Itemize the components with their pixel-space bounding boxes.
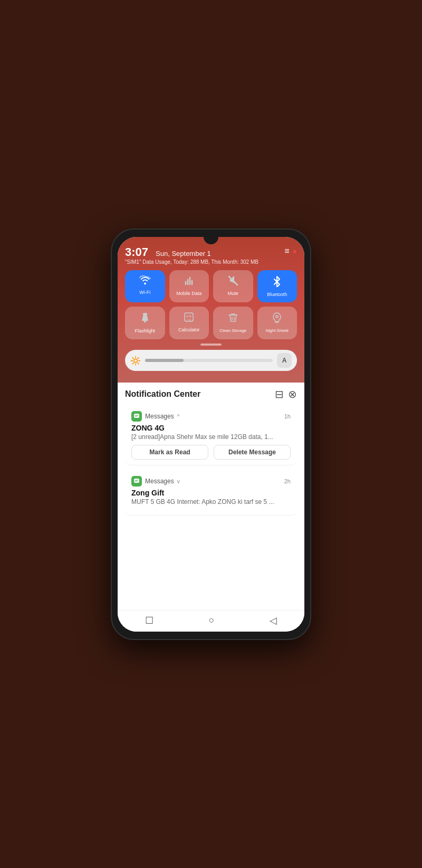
svg-text:−=: −= bbox=[186, 317, 191, 322]
flashlight-label: Flashlight bbox=[135, 328, 155, 334]
messages-app-icon-1 bbox=[131, 411, 142, 422]
svg-rect-7 bbox=[134, 479, 139, 483]
phone-frame: 3:07 Sun, September 1 ≡ ● "SIM1" Data Us… bbox=[111, 228, 311, 640]
night-shield-label: Night Shield bbox=[266, 328, 289, 333]
notification-app-row-2: Messages v 2h bbox=[131, 476, 291, 487]
notification-header: Notification Center ⊟ ⊗ bbox=[125, 388, 297, 400]
bluetooth-icon bbox=[272, 275, 282, 290]
tile-mobile-data[interactable]: Mobile Data bbox=[169, 270, 209, 303]
mark-as-read-button[interactable]: Mark as Read bbox=[131, 445, 208, 460]
notification-preview-2: MUFT 5 GB 4G Internet: Apko ZONG ki tarf… bbox=[131, 498, 291, 505]
svg-rect-1 bbox=[144, 321, 146, 322]
tile-mute[interactable]: Mute bbox=[213, 270, 253, 303]
tile-flashlight[interactable]: Flashlight bbox=[125, 307, 165, 339]
notification-sender-1: ZONG 4G bbox=[131, 424, 291, 432]
svg-point-5 bbox=[276, 316, 278, 318]
clock: 3:07 bbox=[125, 246, 148, 258]
tile-night-shield[interactable]: Night Shield bbox=[257, 307, 298, 339]
notification-preview-1: [2 unread]Apna Shehr Max se mile 12GB da… bbox=[131, 433, 291, 441]
back-button[interactable]: ◁ bbox=[270, 615, 277, 626]
notification-center-title: Notification Center bbox=[125, 389, 200, 399]
messages-app-name-1: Messages bbox=[145, 413, 174, 420]
data-usage-text: "SIM1" Data Usage, Today: 288 MB, This M… bbox=[125, 259, 297, 265]
clean-storage-icon bbox=[228, 312, 238, 326]
svg-rect-6 bbox=[134, 414, 139, 418]
date: Sun, September 1 bbox=[156, 250, 211, 257]
mute-label: Mute bbox=[228, 291, 238, 297]
calculator-icon: +× −= bbox=[184, 312, 194, 325]
svg-rect-0 bbox=[143, 313, 147, 316]
flashlight-icon bbox=[140, 312, 150, 326]
tile-bluetooth[interactable]: Bluetooth bbox=[257, 270, 298, 303]
mute-icon bbox=[228, 275, 238, 289]
quick-settings-panel: 3:07 Sun, September 1 ≡ ● "SIM1" Data Us… bbox=[118, 237, 304, 383]
quick-tiles-grid: Wi-Fi Mobile Data bbox=[125, 270, 297, 340]
brightness-slider[interactable] bbox=[145, 359, 273, 362]
notification-time-2: 2h bbox=[284, 478, 291, 484]
tile-clean-storage[interactable]: Clean Storage bbox=[213, 307, 253, 339]
phone-screen: 3:07 Sun, September 1 ≡ ● "SIM1" Data Us… bbox=[118, 237, 304, 632]
notification-card-1: Messages ^ 1h ZONG 4G [2 unread]Apna She… bbox=[125, 406, 297, 465]
wifi-icon bbox=[139, 275, 151, 288]
bottom-navigation: ☐ ○ ◁ bbox=[118, 610, 304, 632]
brightness-icon: 🔆 bbox=[130, 356, 141, 366]
notification-clear-icon[interactable]: ⊗ bbox=[288, 388, 297, 400]
notification-card-2: Messages v 2h Zong Gift MUFT 5 GB 4G Int… bbox=[125, 471, 297, 516]
tile-calculator[interactable]: +× −= Calculator bbox=[169, 307, 209, 339]
messages-app-icon-2 bbox=[131, 476, 142, 487]
notification-chevron-1: ^ bbox=[177, 414, 180, 419]
notification-actions-1: Mark as Read Delete Message bbox=[131, 445, 291, 460]
list-icon: ≡ bbox=[284, 246, 289, 256]
notification-app-info-2: Messages v bbox=[131, 476, 180, 487]
bluetooth-label: Bluetooth bbox=[267, 292, 287, 298]
home-button[interactable]: ○ bbox=[209, 615, 215, 626]
notification-area: Notification Center ⊟ ⊗ bbox=[118, 383, 304, 609]
tile-wifi[interactable]: Wi-Fi bbox=[125, 270, 165, 303]
recent-apps-button[interactable]: ☐ bbox=[145, 615, 154, 626]
auto-brightness-button[interactable]: A bbox=[277, 353, 292, 368]
notification-app-info-1: Messages ^ bbox=[131, 411, 179, 422]
drag-handle bbox=[200, 344, 222, 346]
wifi-label: Wi-Fi bbox=[139, 290, 150, 295]
brightness-fill bbox=[145, 359, 184, 362]
brightness-control[interactable]: 🔆 A bbox=[125, 350, 297, 371]
record-icon: ● bbox=[293, 247, 297, 255]
notification-app-row-1: Messages ^ 1h bbox=[131, 411, 291, 422]
clean-storage-label: Clean Storage bbox=[219, 328, 246, 333]
delete-message-button[interactable]: Delete Message bbox=[214, 445, 291, 460]
status-icons: ≡ ● bbox=[284, 246, 297, 256]
notification-time-1: 1h bbox=[284, 413, 291, 419]
calculator-label: Calculator bbox=[178, 327, 200, 333]
mobile-data-label: Mobile Data bbox=[176, 291, 202, 297]
notification-sender-2: Zong Gift bbox=[131, 489, 291, 497]
mobile-data-icon bbox=[184, 275, 194, 289]
notification-chevron-2: v bbox=[177, 479, 180, 484]
notification-header-icons: ⊟ ⊗ bbox=[275, 388, 297, 400]
night-shield-icon bbox=[272, 312, 282, 326]
messages-app-name-2: Messages bbox=[145, 478, 174, 485]
status-bar: 3:07 Sun, September 1 ≡ ● bbox=[125, 246, 297, 258]
notification-list-icon[interactable]: ⊟ bbox=[275, 388, 284, 400]
